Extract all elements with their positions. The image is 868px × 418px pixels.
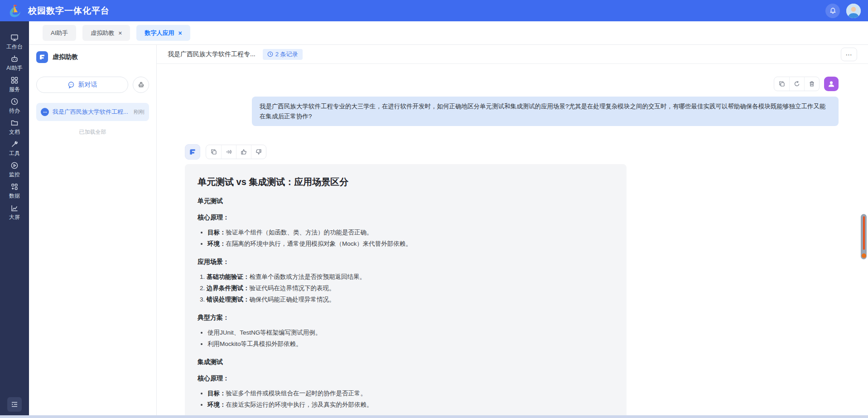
scrollbar-thumb[interactable] [863, 216, 865, 250]
clock-icon [267, 51, 273, 57]
list-item: 利用Mockito等工具模拟外部依赖。 [207, 339, 614, 350]
sidebar-item-tools[interactable]: 工具 [0, 138, 29, 159]
copy-icon [779, 81, 785, 87]
conversation-time: 刚刚 [134, 108, 145, 116]
regenerate-button[interactable] [789, 77, 804, 91]
sidebar-item-label: 大屏 [9, 214, 20, 221]
list-item: 环境：在接近实际运行的环境中执行，涉及真实的外部依赖。 [207, 399, 614, 411]
folder-icon [10, 119, 19, 127]
list-item: 错误处理测试：确保代码能正确处理异常情况。 [207, 294, 614, 306]
bottom-edge-strip [0, 415, 868, 418]
section-heading: 单元测试 [198, 197, 614, 205]
sub-heading: 应用场景： [198, 258, 614, 266]
sidebar-item-label: AI助手 [6, 64, 22, 72]
assistant-message-bubble: 单元测试 vs 集成测试：应用场景区分 单元测试 核心原理： 目标：验证单个组件… [185, 164, 627, 418]
grid-icon [10, 76, 19, 84]
sidebar-item-services[interactable]: 服务 [0, 74, 29, 95]
assistant-message-actions [206, 145, 266, 159]
delete-button[interactable] [804, 77, 819, 91]
user-avatar[interactable] [846, 4, 861, 18]
list-item: 环境：在隔离的环境中执行，通常使用模拟对象（Mock）来代替外部依赖。 [207, 238, 614, 250]
list-item: 目标：验证单个组件（如函数、类、方法）的功能是否正确。 [207, 227, 614, 238]
clock-icon [10, 97, 19, 106]
sub-heading: 核心原理： [198, 214, 614, 222]
wrench-icon [10, 140, 19, 148]
tab-digital-human[interactable]: 数字人应用 × [136, 25, 190, 41]
list-item: 边界条件测试：验证代码在边界情况下的表现。 [207, 283, 614, 294]
bell-icon [829, 7, 837, 15]
chat-header: 我是广西民族大学软件工程专... 2 条记录 … [157, 45, 868, 64]
more-options-button[interactable]: … [841, 48, 857, 61]
copy-button[interactable] [774, 77, 789, 91]
trash-icon [809, 81, 815, 87]
conversation-list-item[interactable]: 我是广西民族大学软件工程... 刚刚 [36, 103, 149, 121]
refresh-icon [794, 81, 800, 87]
thumbs-up-button[interactable] [236, 145, 251, 159]
assistant-message-avatar [185, 144, 200, 160]
main-sidebar: 工作台 AI助手 服务 待办 文档 工具 监控 数据 [0, 21, 29, 418]
badge-label: 2 条记录 [275, 50, 298, 58]
close-icon[interactable]: × [118, 30, 122, 36]
clear-history-button[interactable] [133, 77, 149, 93]
tab-label: 虚拟助教 [91, 29, 114, 37]
play-circle-icon [10, 161, 19, 170]
section-heading: 集成测试 [198, 358, 614, 366]
chat-bubble-icon [41, 108, 49, 116]
tab-ai-assistant[interactable]: AI助手 [43, 25, 76, 41]
robot-icon [10, 55, 19, 63]
sidebar-item-label: 工具 [9, 150, 20, 157]
answer-title: 单元测试 vs 集成测试：应用场景区分 [198, 176, 614, 188]
user-message-avatar [824, 77, 839, 91]
sub-heading: 典型方案： [198, 314, 614, 322]
record-count-badge: 2 条记录 [263, 49, 303, 60]
tab-virtual-ta[interactable]: 虚拟助教 × [82, 25, 130, 41]
sidebar-item-ai-assistant[interactable]: AI助手 [0, 53, 29, 74]
list-item: 使用JUnit、TestNG等框架编写测试用例。 [207, 327, 614, 339]
sidebar-item-workbench[interactable]: 工作台 [0, 31, 29, 53]
sidebar-item-label: 待办 [9, 107, 20, 115]
collapse-menu-icon [11, 401, 18, 408]
read-aloud-button[interactable] [221, 145, 236, 159]
sidebar-item-documents[interactable]: 文档 [0, 117, 29, 138]
assistant-logo-icon [188, 148, 197, 156]
bullet-list: 目标：验证多个组件或模块组合在一起时的协作是否正常。 环境：在接近实际运行的环境… [207, 388, 614, 411]
chat-bubble-icon [68, 81, 75, 88]
loaded-all-text: 已加载全部 [36, 128, 149, 136]
user-message-actions [774, 77, 820, 91]
copy-icon [211, 149, 217, 155]
app-title: 校园数字一体化平台 [28, 5, 110, 17]
user-message-bubble: 我是广西民族大学软件工程专业的大三学生，在进行软件开发时，如何正确地区分单元测试… [252, 97, 839, 126]
bullet-list: 使用JUnit、TestNG等框架编写测试用例。 利用Mockito等工具模拟外… [207, 327, 614, 350]
sidebar-item-big-screen[interactable]: 大屏 [0, 202, 29, 223]
new-chat-button[interactable]: 新对话 [36, 77, 128, 93]
sidebar-item-label: 服务 [9, 86, 20, 93]
scrollbar-handle[interactable] [862, 253, 866, 258]
sub-heading: 核心原理： [198, 374, 614, 383]
broom-icon [137, 81, 145, 89]
tab-label: AI助手 [51, 29, 68, 37]
speaker-icon [226, 149, 232, 155]
copy-button[interactable] [206, 145, 221, 159]
tab-bar: AI助手 虚拟助教 × 数字人应用 × [29, 21, 868, 45]
sidebar-item-todo[interactable]: 待办 [0, 95, 29, 117]
list-item: 目标：验证多个组件或模块组合在一起时的协作是否正常。 [207, 388, 614, 399]
page-scrollbar[interactable] [861, 214, 867, 259]
messages-scroll-region[interactable]: 我是广西民族大学软件工程专业的大三学生，在进行软件开发时，如何正确地区分单元测试… [157, 64, 868, 418]
sidebar-item-monitor[interactable]: 监控 [0, 159, 29, 180]
sidebar-item-label: 文档 [9, 128, 20, 136]
sidebar-item-label: 数据 [9, 192, 20, 200]
sidebar-item-label: 监控 [9, 171, 20, 179]
sidebar-item-data[interactable]: 数据 [0, 180, 29, 202]
panel-title: 虚拟助教 [53, 53, 78, 61]
numbered-list: 基础功能验证：检查单个函数或方法是否按预期返回结果。 边界条件测试：验证代码在边… [207, 272, 614, 306]
close-icon[interactable]: × [178, 30, 182, 36]
sidebar-collapse-button[interactable] [7, 397, 22, 412]
chat-area: 我是广西民族大学软件工程专... 2 条记录 … [157, 45, 868, 418]
thumbs-down-button[interactable] [251, 145, 266, 159]
data-blocks-icon [10, 183, 19, 191]
conversation-panel: 虚拟助教 新对话 我是广西民族大学软件工程... 刚刚 已加载全部 [29, 45, 157, 418]
chat-title: 我是广西民族大学软件工程专... [168, 50, 256, 58]
new-chat-label: 新对话 [78, 81, 97, 89]
thumbs-up-icon [241, 149, 247, 155]
notifications-button[interactable] [825, 4, 840, 18]
